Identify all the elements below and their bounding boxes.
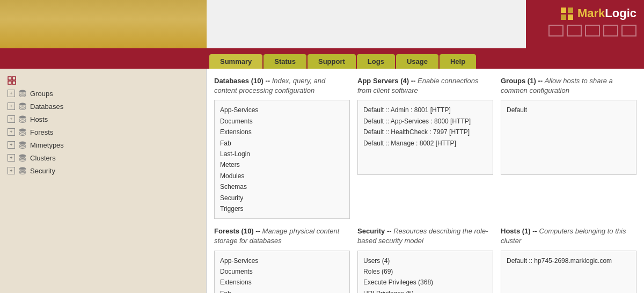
svg-rect-3 — [12, 81, 16, 84]
content-grid-row2: Forests (10) -- Manage physical content … — [214, 226, 636, 293]
list-item[interactable]: Last-Login — [220, 149, 344, 159]
list-item[interactable]: Roles (69) — [363, 266, 487, 277]
logo-area: MarkLogic — [561, 6, 636, 20]
list-item[interactable]: Documents — [220, 266, 344, 277]
db-icon — [18, 166, 27, 175]
expand-icon: + — [8, 154, 15, 162]
section-box: Default :: Admin : 8001 [HTTP]Default ::… — [357, 100, 493, 175]
deco-rect-3 — [585, 25, 600, 36]
list-item[interactable]: Default :: HealthCheck : 7997 [HTTP] — [363, 127, 487, 137]
sidebar-item-hosts[interactable]: + Hosts — [4, 113, 202, 126]
section-title: Forests (10) -- Manage physical content … — [214, 226, 350, 246]
sidebar-item-mimetypes[interactable]: + Mimetypes — [4, 138, 202, 151]
svg-point-10 — [19, 129, 26, 131]
main-layout: + Groups + Databases + — [0, 69, 644, 293]
section-box: App-ServicesDocumentsExtensionsFabLast-L… — [214, 100, 350, 219]
expand-icon: + — [8, 141, 15, 149]
section-title: Groups (1) -- Allow hosts to share a com… — [501, 76, 636, 96]
logo-sq-1 — [561, 8, 566, 13]
sidebar-item-label: Mimetypes — [30, 141, 64, 149]
content-area: Databases (10) -- Index, query, and cont… — [207, 69, 644, 293]
nav-tab-help[interactable]: Help — [440, 54, 476, 69]
configure-icon — [8, 76, 16, 85]
expand-icon: + — [8, 115, 15, 123]
nav-tabs: SummaryStatusSupportLogsUsageHelp — [0, 48, 644, 69]
list-item[interactable]: Security — [220, 193, 344, 203]
svg-point-8 — [19, 116, 26, 119]
deco-rects — [548, 25, 636, 36]
sidebar-item-security[interactable]: + Security — [4, 164, 202, 177]
list-item[interactable]: Documents — [220, 116, 344, 127]
sidebar-item-databases[interactable]: + Databases — [4, 100, 202, 113]
list-item[interactable]: Default :: Manage : 8002 [HTTP] — [363, 138, 487, 149]
list-item[interactable]: Default — [507, 105, 631, 115]
sidebar-item-label: Hosts — [30, 115, 48, 123]
section-box: Users (4)Roles (69)Execute Privileges (3… — [357, 251, 493, 293]
list-item[interactable]: Extensions — [220, 277, 344, 288]
nav-tab-status[interactable]: Status — [264, 54, 306, 69]
list-item[interactable]: Meters — [220, 159, 344, 170]
db-icon — [18, 153, 27, 162]
list-item[interactable]: App-Services — [220, 255, 344, 266]
logo-sq-2 — [568, 8, 573, 13]
header: MarkLogic — [0, 0, 644, 48]
expand-icon: + — [8, 102, 15, 110]
sidebar-item-configure[interactable] — [4, 74, 202, 87]
list-item[interactable]: App-Services — [220, 105, 344, 115]
header-left — [0, 0, 207, 48]
db-icon — [18, 128, 27, 136]
sidebar-item-forests[interactable]: + Forests — [4, 126, 202, 138]
header-center — [207, 0, 526, 48]
sidebar-item-label: Clusters — [30, 154, 56, 162]
list-item[interactable]: Extensions — [220, 127, 344, 137]
list-item[interactable]: Users (4) — [363, 255, 487, 266]
list-item[interactable]: Default :: hp745-2698.marklogic.com — [507, 255, 631, 266]
sidebar-item-label: Forests — [30, 128, 53, 136]
logo-squares — [561, 8, 573, 20]
expand-icon: + — [8, 167, 15, 174]
list-item[interactable]: Schemas — [220, 181, 344, 192]
deco-rect-2 — [567, 25, 582, 36]
db-icon — [18, 141, 27, 149]
deco-rect-5 — [621, 25, 636, 36]
deco-rect-4 — [603, 25, 618, 36]
svg-point-4 — [19, 90, 26, 93]
list-item[interactable]: Triggers — [220, 203, 344, 214]
svg-point-6 — [19, 103, 26, 106]
list-item[interactable]: Default :: Admin : 8001 [HTTP] — [363, 105, 487, 115]
section-box: App-ServicesDocumentsExtensionsFabLast-L… — [214, 251, 350, 293]
sidebar-item-label: Databases — [30, 102, 63, 111]
db-icon — [18, 115, 27, 123]
logo-sq-3 — [561, 14, 566, 20]
header-right: MarkLogic — [526, 0, 644, 48]
svg-rect-1 — [12, 77, 16, 80]
content-section-groups: Groups (1) -- Allow hosts to share a com… — [501, 76, 636, 219]
sidebar-item-label: Groups — [30, 90, 53, 98]
content-section-security: Security -- Resources describing the rol… — [357, 226, 493, 293]
list-item[interactable]: Fab — [220, 288, 344, 293]
svg-point-12 — [19, 142, 26, 144]
list-item[interactable]: Execute Privileges (368) — [363, 277, 487, 288]
list-item[interactable]: Fab — [220, 138, 344, 149]
nav-tab-support[interactable]: Support — [308, 54, 356, 69]
expand-icon: + — [8, 128, 15, 136]
svg-rect-2 — [8, 81, 11, 84]
content-section-forests: Forests (10) -- Manage physical content … — [214, 226, 350, 293]
logo-mark: Mark — [577, 6, 605, 20]
list-item[interactable]: Default :: App-Services : 8000 [HTTP] — [363, 116, 487, 127]
nav-tab-summary[interactable]: Summary — [209, 54, 262, 69]
section-title: Security -- Resources describing the rol… — [357, 226, 493, 246]
svg-rect-0 — [8, 77, 11, 80]
nav-tab-usage[interactable]: Usage — [396, 54, 438, 69]
content-section-hosts: Hosts (1) -- Computers belonging to this… — [501, 226, 636, 293]
list-item[interactable]: Modules — [220, 171, 344, 181]
section-box: Default — [501, 100, 636, 175]
db-icon — [18, 102, 27, 111]
sidebar-item-label: Security — [30, 167, 55, 175]
content-grid-row1: Databases (10) -- Index, query, and cont… — [214, 76, 636, 219]
list-item[interactable]: URI Privileges (5) — [363, 288, 487, 293]
sidebar-item-clusters[interactable]: + Clusters — [4, 151, 202, 164]
svg-point-14 — [19, 155, 26, 157]
nav-tab-logs[interactable]: Logs — [357, 54, 395, 69]
sidebar-item-groups[interactable]: + Groups — [4, 87, 202, 100]
